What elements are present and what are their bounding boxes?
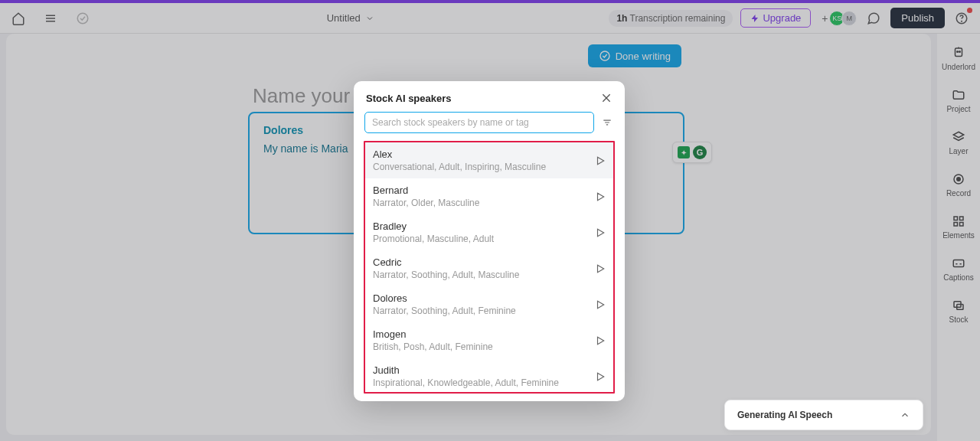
highlighted-region: Alex Conversational, Adult, Inspiring, M… (364, 141, 615, 394)
speaker-info: Judith Inspirational, Knowledgeable, Adu… (373, 364, 559, 388)
speaker-info: Imogen British, Posh, Adult, Feminine (373, 328, 493, 352)
speaker-info: Bradley Promotional, Masculine, Adult (373, 220, 494, 244)
svg-marker-28 (598, 229, 604, 236)
speaker-info: Bernard Narrator, Older, Masculine (373, 185, 479, 208)
close-icon[interactable] (600, 92, 612, 104)
speaker-name: Bernard (373, 185, 479, 196)
speaker-info: Cedric Narrator, Soothing, Adult, Mascul… (373, 256, 519, 280)
speaker-info: Alex Conversational, Adult, Inspiring, M… (373, 149, 546, 172)
speaker-tags: Narrator, Soothing, Adult, Feminine (373, 305, 516, 316)
modal-search-row (354, 112, 625, 141)
svg-marker-26 (598, 157, 604, 164)
speaker-name: Alex (373, 149, 546, 160)
play-icon[interactable] (595, 191, 606, 202)
speaker-tags: Conversational, Adult, Inspiring, Mascul… (373, 162, 546, 172)
generation-panel[interactable]: Generating AI Speech (724, 400, 923, 430)
play-icon[interactable] (595, 227, 606, 238)
play-icon[interactable] (595, 335, 606, 346)
speaker-item[interactable]: Bradley Promotional, Masculine, Adult (365, 214, 613, 250)
play-icon[interactable] (595, 155, 606, 166)
svg-marker-30 (598, 301, 604, 308)
chevron-up-icon (900, 410, 910, 420)
svg-marker-31 (598, 337, 604, 344)
speaker-name: Judith (373, 364, 559, 376)
speaker-tags: British, Posh, Adult, Feminine (373, 341, 493, 352)
speaker-tags: Inspirational, Knowledgeable, Adult, Fem… (373, 377, 559, 388)
svg-marker-29 (598, 265, 604, 272)
speaker-info: Dolores Narrator, Soothing, Adult, Femin… (373, 292, 516, 316)
speaker-item[interactable]: Imogen British, Posh, Adult, Feminine (365, 322, 613, 358)
speaker-tags: Narrator, Older, Masculine (373, 198, 479, 208)
speaker-item[interactable]: Cedric Narrator, Soothing, Adult, Mascul… (365, 250, 613, 286)
play-icon[interactable] (595, 299, 606, 310)
speaker-name: Cedric (373, 256, 519, 268)
speaker-name: Bradley (373, 220, 494, 232)
speaker-item[interactable]: Bernard Narrator, Older, Masculine (365, 178, 613, 214)
filter-icon[interactable] (600, 116, 614, 129)
play-icon[interactable] (595, 371, 606, 382)
speaker-tags: Narrator, Soothing, Adult, Masculine (373, 270, 519, 280)
svg-marker-32 (598, 373, 604, 380)
speaker-modal: Stock AI speakers Alex Conversational, A… (354, 81, 625, 401)
play-icon[interactable] (595, 263, 606, 274)
search-input[interactable] (364, 112, 594, 133)
speaker-item[interactable]: Alex Conversational, Adult, Inspiring, M… (365, 142, 613, 178)
speaker-tags: Promotional, Masculine, Adult (373, 234, 494, 244)
speaker-list[interactable]: Alex Conversational, Adult, Inspiring, M… (365, 142, 613, 392)
speaker-item[interactable]: Judith Inspirational, Knowledgeable, Adu… (365, 358, 613, 392)
speaker-item[interactable]: Dolores Narrator, Soothing, Adult, Femin… (365, 286, 613, 322)
speaker-name: Dolores (373, 292, 516, 304)
svg-marker-27 (598, 193, 604, 200)
modal-title: Stock AI speakers (366, 93, 452, 104)
speaker-name: Imogen (373, 328, 493, 340)
modal-header: Stock AI speakers (354, 81, 625, 112)
generation-title: Generating AI Speech (737, 410, 832, 420)
